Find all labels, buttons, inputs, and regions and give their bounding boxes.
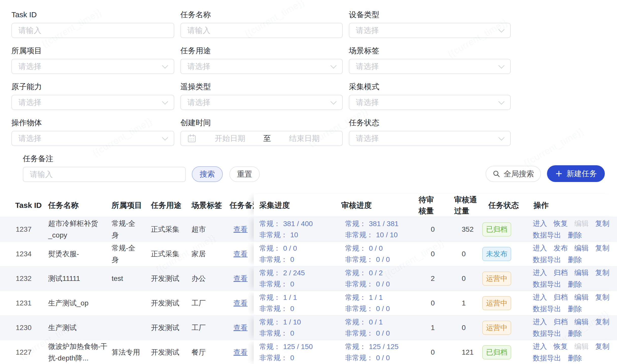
row-action-link[interactable]: 数据导出: [533, 280, 561, 289]
select-field[interactable]: 请选择: [349, 95, 511, 110]
progress-label: 常规：: [345, 317, 366, 327]
row-action-link[interactable]: 复制: [595, 219, 609, 228]
progress-label: 常规：: [259, 219, 281, 229]
global-search-button[interactable]: 全局搜索: [486, 166, 541, 182]
cell-collect-progress: 常规：1 / 1非常规：0: [259, 291, 339, 315]
row-action-link[interactable]: 数据导出: [533, 231, 561, 240]
row-action-link[interactable]: 归档: [554, 268, 568, 277]
filter-field-label: 遥操类型: [180, 82, 343, 91]
row-action-link[interactable]: 编辑: [574, 244, 589, 252]
row-action-link[interactable]: 数据导出: [533, 305, 561, 313]
cell-project: [112, 316, 140, 340]
select-field[interactable]: 请选择: [11, 95, 174, 110]
view-remark-link[interactable]: 查看: [233, 248, 248, 260]
chevron-down-icon: [162, 134, 168, 140]
filter-field-label: 创建时间: [180, 118, 343, 127]
row-action-link[interactable]: 进入: [533, 244, 547, 252]
row-action-link[interactable]: 归档: [554, 293, 568, 302]
row-action-link[interactable]: 复制: [595, 244, 609, 252]
row-action-link[interactable]: 复制: [595, 293, 609, 302]
view-remark-link[interactable]: 查看: [233, 224, 248, 235]
select-field[interactable]: 请选择: [349, 131, 511, 146]
placeholder-text: 请选择: [356, 97, 379, 108]
select-field[interactable]: 请选择: [349, 59, 511, 74]
row-action-link[interactable]: 发布: [554, 244, 568, 252]
cell-status: 运营中: [482, 316, 511, 340]
row-action-link[interactable]: 数据导出: [533, 354, 561, 362]
create-task-button[interactable]: 新建任务: [547, 165, 605, 182]
text-input-field[interactable]: 请输入: [180, 23, 343, 38]
row-action-link[interactable]: 进入: [533, 318, 547, 326]
progress-label: 非常规：: [259, 254, 288, 265]
row-action-link[interactable]: 删除: [568, 231, 582, 240]
select-field[interactable]: 请选择: [11, 59, 174, 74]
cell-purpose: 正式采集: [151, 217, 186, 242]
cell-task-name: 生产测试_op: [48, 291, 108, 315]
reset-button[interactable]: 重置: [229, 166, 260, 182]
progress-value: 0 / 1: [369, 317, 383, 327]
filter-field-label: 任务名称: [180, 10, 343, 19]
row-action-link[interactable]: 数据导出: [533, 329, 561, 338]
select-field[interactable]: 请选择: [180, 59, 343, 74]
row-action-link[interactable]: 删除: [568, 354, 582, 362]
row-action-link[interactable]: 进入: [533, 268, 547, 277]
view-remark-link[interactable]: 查看: [233, 322, 248, 334]
search-button[interactable]: 搜索: [192, 166, 223, 182]
text-input-field[interactable]: 请输入: [11, 23, 174, 38]
remark-input[interactable]: 请输入: [23, 167, 186, 182]
cell-task-id: 1231: [16, 291, 44, 315]
cell-operations: 进入归档编辑复制数据导出删除: [533, 291, 612, 315]
row-action-link[interactable]: 删除: [568, 329, 582, 338]
row-action-link[interactable]: 删除: [568, 305, 582, 313]
row-action-link[interactable]: 复制: [595, 268, 609, 277]
filter-field-label: 设备类型: [349, 10, 511, 19]
cell-pending-count: 0: [431, 242, 449, 266]
row-action-link[interactable]: 数据导出: [533, 256, 561, 264]
row-action-link[interactable]: 删除: [568, 280, 582, 289]
cell-project: 常规-全身: [112, 242, 140, 266]
progress-label: 非常规：: [259, 230, 288, 240]
row-action-link[interactable]: 恢复: [554, 219, 568, 228]
row-action-link[interactable]: 编辑: [574, 318, 589, 326]
filter-bottom-row: 任务备注 请输入 搜索 重置 全局搜索: [11, 154, 617, 182]
row-action-link[interactable]: 复制: [595, 342, 609, 351]
cell-pending-count: 0: [431, 217, 449, 242]
cell-status: 运营中: [482, 291, 511, 315]
table-row: 1231生产测试_op开发测试工厂查看常规：1 / 1非常规：0常规：1 / 1…: [0, 291, 617, 315]
view-remark-link[interactable]: 查看: [233, 347, 248, 358]
cell-purpose: 正式采集: [151, 242, 186, 266]
cell-task-id: 1232: [16, 266, 44, 291]
progress-value: 381 / 381: [369, 219, 399, 229]
cell-remark: 查看: [233, 266, 254, 291]
progress-line: 非常规：0: [259, 279, 294, 289]
select-field[interactable]: 请选择: [180, 95, 343, 110]
status-badge: 运营中: [482, 296, 511, 310]
progress-value: 1 / 1: [283, 293, 297, 303]
date-range-picker[interactable]: 开始日期至结束日期: [180, 131, 343, 146]
row-action-link[interactable]: 进入: [533, 219, 547, 228]
row-action-link[interactable]: 编辑: [574, 293, 589, 302]
date-separator: 至: [263, 133, 271, 144]
row-action-link[interactable]: 复制: [595, 318, 609, 326]
filter-field-label: Task ID: [11, 10, 174, 19]
cell-operations: 进入归档编辑复制数据导出删除: [533, 266, 612, 291]
cell-purpose: 开发测试: [151, 340, 186, 364]
view-remark-link[interactable]: 查看: [233, 273, 248, 284]
progress-value: 0 / 0: [376, 353, 390, 363]
filter-field-label: 原子能力: [11, 82, 174, 91]
status-badge: 运营中: [482, 271, 511, 286]
select-field[interactable]: 请选择: [11, 131, 174, 146]
row-action-link[interactable]: 进入: [533, 342, 547, 351]
placeholder-text: 请选择: [19, 97, 41, 108]
view-remark-link[interactable]: 查看: [233, 297, 248, 309]
progress-value: 0 / 0: [283, 243, 297, 253]
chevron-down-icon: [498, 62, 504, 68]
row-action-link[interactable]: 归档: [554, 318, 568, 326]
row-action-link[interactable]: 编辑: [574, 268, 589, 277]
row-action-link[interactable]: 删除: [568, 256, 582, 264]
select-field[interactable]: 请选择: [349, 23, 511, 38]
global-search-label: 全局搜索: [504, 169, 534, 179]
row-action-link[interactable]: 进入: [533, 293, 547, 302]
progress-line: 非常规：0: [259, 328, 294, 338]
row-action-link[interactable]: 恢复: [554, 342, 568, 351]
